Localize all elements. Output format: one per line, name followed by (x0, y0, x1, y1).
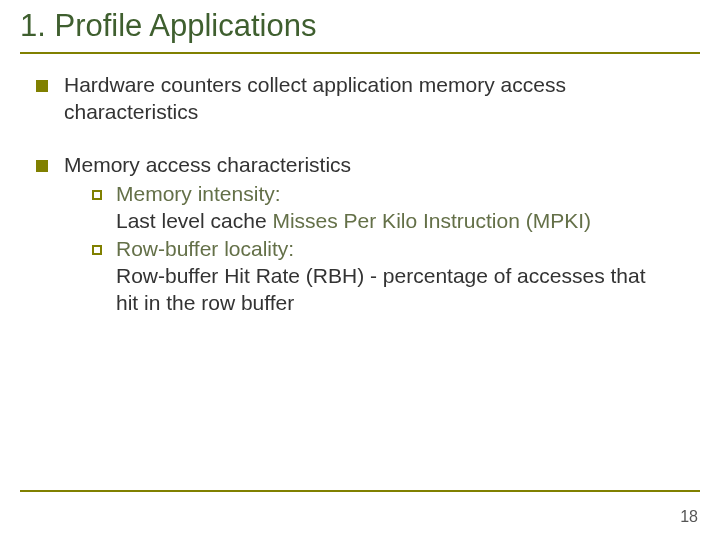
hollow-square-bullet-icon (92, 245, 102, 255)
bullet-item: Memory access characteristics Memory int… (36, 152, 672, 317)
bullet-text: Memory access characteristics (64, 152, 672, 179)
slide: 1. Profile Applications Hardware counter… (0, 0, 720, 540)
slide-title: 1. Profile Applications (20, 8, 700, 44)
bottom-rule (20, 490, 700, 492)
sub-bullet-item: Row-buffer locality: Row-buffer Hit Rate… (92, 236, 672, 317)
content-area: Hardware counters collect application me… (0, 54, 720, 317)
bullet-text: Hardware counters collect application me… (64, 72, 672, 126)
sub-bullet-label: Row-buffer locality: (116, 237, 294, 260)
page-number: 18 (680, 508, 698, 526)
sub-bullet-line-prefix: Last level cache (116, 209, 272, 232)
square-bullet-icon (36, 80, 48, 92)
hollow-square-bullet-icon (92, 190, 102, 200)
square-bullet-icon (36, 160, 48, 172)
sub-bullet-line-prefix: Row-buffer Hit Rate (RBH) (116, 264, 364, 287)
bullet-body: Memory access characteristics Memory int… (64, 152, 672, 317)
sub-bullet-label: Memory intensity: (116, 182, 281, 205)
sub-bullet-body: Row-buffer locality: Row-buffer Hit Rate… (116, 236, 672, 317)
bullet-item: Hardware counters collect application me… (36, 72, 672, 126)
sub-bullet-body: Memory intensity: Last level cache Misse… (116, 181, 672, 235)
title-block: 1. Profile Applications (0, 0, 720, 50)
sub-bullet-line-highlight: Misses Per Kilo Instruction (MPKI) (272, 209, 591, 232)
sub-bullet-item: Memory intensity: Last level cache Misse… (92, 181, 672, 235)
